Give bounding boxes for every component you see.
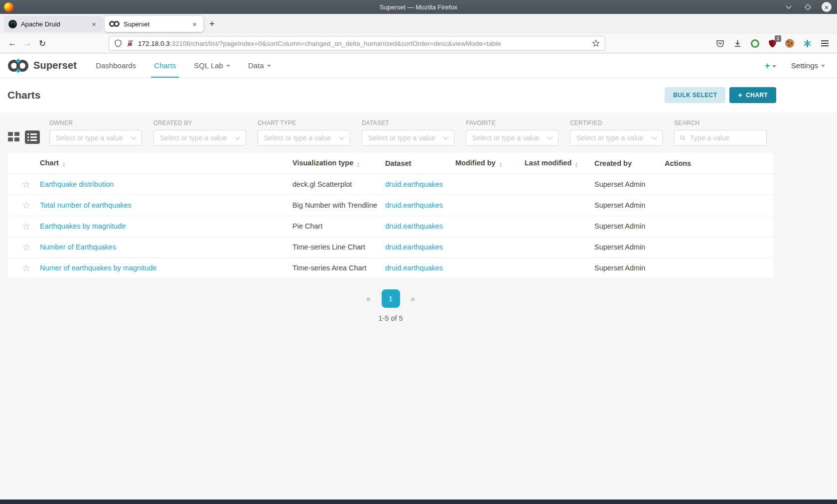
- table-row: ☆ Earthquakes by magnitude Pie Chart dru…: [8, 216, 773, 237]
- header-last-modified[interactable]: Last modified: [525, 153, 594, 174]
- chevron-down-icon: [547, 134, 553, 139]
- nav-item-sql-lab[interactable]: SQL Lab: [185, 53, 239, 78]
- tab-close-icon[interactable]: ×: [90, 19, 98, 29]
- window-minimize-button[interactable]: [783, 1, 794, 12]
- pocket-icon[interactable]: [714, 38, 725, 49]
- dataset-link[interactable]: druid.earthquakes: [385, 264, 443, 272]
- chart-link[interactable]: Total number of earthquakes: [40, 201, 132, 209]
- chart-type-select[interactable]: Select or type a value: [258, 130, 350, 146]
- chart-link[interactable]: Earthquakes by magnitude: [40, 222, 126, 230]
- adblock-shield-icon[interactable]: 2: [767, 38, 778, 49]
- favorite-star-icon[interactable]: ☆: [8, 174, 40, 195]
- brand-name: Superset: [33, 60, 77, 71]
- url-host: 172.18.0.3: [138, 40, 170, 47]
- plus-icon: +: [738, 91, 742, 99]
- favorite-star-icon[interactable]: ☆: [8, 195, 40, 216]
- window-title: Superset — Mozilla Firefox: [0, 3, 837, 11]
- dataset-link[interactable]: druid.earthquakes: [385, 201, 443, 209]
- actions-cell: [665, 174, 773, 195]
- bulk-select-button[interactable]: BULK SELECT: [665, 87, 725, 103]
- tab-close-icon[interactable]: ×: [190, 19, 199, 29]
- filter-certified: CERTIFIED Select or type a value: [570, 120, 663, 146]
- next-page-button[interactable]: »: [406, 291, 420, 306]
- superset-icon: [109, 21, 120, 27]
- reload-button[interactable]: ↻: [35, 36, 50, 50]
- pagination-summary: 1-5 of 5: [8, 314, 773, 322]
- favorite-star-icon[interactable]: ☆: [8, 237, 40, 257]
- table-header-row: Chart Visualization type Dataset Modifie…: [8, 153, 773, 174]
- prev-page-button[interactable]: «: [361, 291, 375, 306]
- card-view-button[interactable]: [8, 132, 20, 143]
- download-icon[interactable]: [732, 38, 743, 49]
- window-maximize-button[interactable]: [802, 1, 813, 12]
- url-text[interactable]: 172.18.0.3:32108/chart/list/?pageIndex=0…: [138, 40, 588, 47]
- modified-by-cell: [455, 237, 525, 257]
- created-by-cell: Superset Admin: [594, 237, 665, 257]
- tab-apache-druid[interactable]: Apache Druid ×: [4, 16, 103, 32]
- page-1-button[interactable]: 1: [382, 289, 400, 308]
- dataset-link[interactable]: druid.earthquakes: [385, 180, 443, 188]
- last-modified-cell: [525, 195, 594, 216]
- new-chart-button[interactable]: + CHART: [729, 87, 776, 103]
- chevron-down-icon: [443, 134, 448, 139]
- settings-menu[interactable]: Settings: [791, 61, 825, 70]
- chart-link[interactable]: Number of Earthquakes: [40, 243, 116, 251]
- dataset-select[interactable]: Select or type a value: [362, 130, 454, 146]
- last-modified-cell: [525, 216, 594, 237]
- header-modified-by[interactable]: Modified by: [455, 153, 525, 174]
- search-input[interactable]: [689, 133, 761, 142]
- window-close-button[interactable]: ×: [821, 1, 832, 12]
- extension-badge: 2: [775, 35, 781, 42]
- cookie-extension-icon[interactable]: [784, 38, 795, 49]
- modified-by-cell: [455, 174, 525, 195]
- sort-icon: [357, 162, 360, 167]
- new-tab-button[interactable]: +: [204, 17, 220, 30]
- superset-navbar: Superset Dashboards Charts SQL Lab Data …: [0, 53, 837, 78]
- diamond-icon: [805, 4, 811, 10]
- tab-title: Apache Druid: [21, 20, 86, 28]
- menu-hamburger-icon[interactable]: [819, 38, 830, 49]
- chevron-down-icon: [651, 134, 657, 139]
- chevron-down-icon: [821, 65, 825, 67]
- dataset-link[interactable]: druid.earthquakes: [385, 243, 443, 251]
- certified-select[interactable]: Select or type a value: [570, 130, 663, 146]
- filter-search: SEARCH: [674, 120, 767, 146]
- chart-link[interactable]: Numer of earthquakes by magnitude: [40, 264, 157, 272]
- tab-superset[interactable]: Superset ×: [105, 16, 203, 32]
- list-view-button[interactable]: [25, 130, 40, 144]
- shield-icon[interactable]: [114, 39, 122, 47]
- nav-item-data[interactable]: Data: [239, 53, 280, 78]
- colorful-asterisk-icon[interactable]: [802, 38, 813, 49]
- header-chart[interactable]: Chart: [40, 153, 292, 174]
- search-icon: [680, 134, 686, 141]
- new-item-plus-button[interactable]: +: [765, 60, 776, 71]
- dataset-link[interactable]: druid.earthquakes: [385, 222, 443, 230]
- last-modified-cell: [525, 174, 594, 195]
- header-visualization-type[interactable]: Visualization type: [292, 153, 385, 174]
- owner-select[interactable]: Select or type a value: [49, 130, 142, 146]
- created-by-select[interactable]: Select or type a value: [153, 130, 246, 146]
- url-bar[interactable]: 172.18.0.3:32108/chart/list/?pageIndex=0…: [109, 36, 605, 51]
- chart-link[interactable]: Earthquake distribution: [40, 180, 114, 188]
- filter-dataset: DATASET Select or type a value: [362, 120, 454, 146]
- insecure-lock-icon[interactable]: [126, 39, 134, 47]
- favorite-select[interactable]: Select or type a value: [466, 130, 558, 146]
- privacy-extension-icon[interactable]: [749, 38, 760, 49]
- bookmark-star-icon[interactable]: [592, 39, 600, 47]
- nav-item-charts[interactable]: Charts: [145, 53, 185, 78]
- chevron-down-icon: [267, 65, 271, 67]
- forward-button[interactable]: →: [20, 36, 35, 50]
- nav-item-dashboards[interactable]: Dashboards: [87, 53, 145, 78]
- created-by-cell: Superset Admin: [594, 195, 665, 216]
- favorite-star-icon[interactable]: ☆: [8, 216, 40, 237]
- filter-owner: OWNER Select or type a value: [49, 120, 142, 146]
- superset-logo[interactable]: Superset: [8, 53, 77, 78]
- url-path: :32108/chart/list/?pageIndex=0&sortColum…: [170, 40, 501, 47]
- table-row: ☆ Earthquake distribution deck.gl Scatte…: [8, 174, 773, 195]
- druid-icon: [8, 20, 17, 28]
- viz-type-cell: Time-series Area Chart: [292, 257, 385, 278]
- pagination: « 1 »: [8, 289, 773, 308]
- back-button[interactable]: ←: [5, 36, 20, 50]
- favorite-star-icon[interactable]: ☆: [8, 257, 40, 278]
- chevron-down-icon: [786, 3, 791, 8]
